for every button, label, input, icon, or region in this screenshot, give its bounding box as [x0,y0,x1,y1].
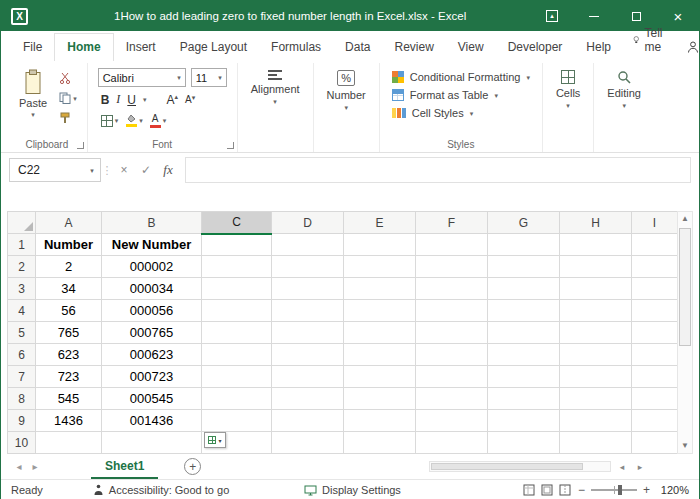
cell-I6[interactable] [632,344,678,366]
cell-B5[interactable]: 000765 [102,322,202,344]
hscroll-left-arrow[interactable]: ◂ [615,462,629,472]
row-header-4[interactable]: 4 [8,300,36,322]
cell-B7[interactable]: 000723 [102,366,202,388]
cell-B9[interactable]: 001436 [102,410,202,432]
cell-G9[interactable] [488,410,560,432]
cell-I2[interactable] [632,256,678,278]
cell-I8[interactable] [632,388,678,410]
column-header-H[interactable]: H [560,212,632,234]
hscroll-right-arrow[interactable]: ▸ [633,462,647,472]
copy-dropdown-chevron[interactable]: ▾ [73,95,77,102]
cell-A3[interactable]: 34 [36,278,102,300]
paste-dropdown-chevron[interactable]: ▾ [31,111,35,118]
conditional-formatting-button[interactable]: Conditional Formatting ▾ [392,71,530,83]
cell-H6[interactable] [560,344,632,366]
cell-A7[interactable]: 723 [36,366,102,388]
cell-H3[interactable] [560,278,632,300]
copy-button[interactable]: ▾ [59,91,77,105]
bold-button[interactable]: B [101,93,110,107]
new-sheet-button[interactable]: + [184,458,201,475]
cell-D5[interactable] [272,322,344,344]
name-box[interactable]: C22 ▾ [9,158,101,182]
row-header-6[interactable]: 6 [8,344,36,366]
scroll-up-arrow[interactable]: ▲ [678,212,692,226]
sheet-nav-left-arrow[interactable]: ◂ [11,461,27,472]
tab-view[interactable]: View [446,34,496,61]
cell-D1[interactable] [272,234,344,256]
cell-B2[interactable]: 000002 [102,256,202,278]
cell-D4[interactable] [272,300,344,322]
column-header-E[interactable]: E [344,212,416,234]
cell-A10[interactable] [36,432,102,454]
cell-E3[interactable] [344,278,416,300]
cell-C8[interactable] [202,388,272,410]
cell-D2[interactable] [272,256,344,278]
font-dialog-launcher[interactable] [227,142,234,149]
cell-I1[interactable] [632,234,678,256]
select-all-corner[interactable] [8,212,36,234]
cell-C6[interactable] [202,344,272,366]
cell-B8[interactable]: 000545 [102,388,202,410]
cell-H2[interactable] [560,256,632,278]
cell-F6[interactable] [416,344,488,366]
insert-function-button[interactable]: fx [157,158,179,182]
cell-G6[interactable] [488,344,560,366]
sheet-nav-right-arrow[interactable]: ▸ [27,461,43,472]
tab-insert[interactable]: Insert [114,34,168,61]
cell-B10[interactable] [102,432,202,454]
column-header-F[interactable]: F [416,212,488,234]
display-settings-button[interactable]: Display Settings [304,484,401,496]
cell-F2[interactable] [416,256,488,278]
column-header-C[interactable]: C [202,212,272,234]
accessibility-status[interactable]: Accessibility: Good to go [93,484,229,496]
cell-A6[interactable]: 623 [36,344,102,366]
share-button[interactable]: Share [677,34,700,61]
status-mode[interactable]: Ready [11,484,43,496]
row-header-10[interactable]: 10 [8,432,36,454]
format-as-table-button[interactable]: Format as Table ▾ [392,89,530,101]
excel-app-icon[interactable]: X [11,8,28,25]
cell-F8[interactable] [416,388,488,410]
cell-I3[interactable] [632,278,678,300]
zoom-in-button[interactable]: + [643,484,650,496]
cell-B6[interactable]: 000623 [102,344,202,366]
cells-button[interactable]: Cells ▾ [547,65,589,138]
tab-help[interactable]: Help [574,34,623,61]
clipboard-dialog-launcher[interactable] [77,142,84,149]
cell-E8[interactable] [344,388,416,410]
cell-D6[interactable] [272,344,344,366]
format-painter-button[interactable] [59,111,77,125]
font-size-combobox[interactable]: 11 ▾ [191,68,227,87]
row-header-1[interactable]: 1 [8,234,36,256]
cell-G4[interactable] [488,300,560,322]
font-name-combobox[interactable]: Calibri ▾ [98,68,186,87]
cell-F3[interactable] [416,278,488,300]
autofill-options-button[interactable]: ▾ [204,432,226,448]
increase-font-size-button[interactable]: A▴ [167,93,179,107]
cell-E2[interactable] [344,256,416,278]
cell-C1[interactable] [202,234,272,256]
cell-H7[interactable] [560,366,632,388]
sheet-tab-sheet1[interactable]: Sheet1 [91,454,158,479]
editing-button[interactable]: Editing ▾ [598,65,650,138]
cell-A8[interactable]: 545 [36,388,102,410]
tab-formulas[interactable]: Formulas [259,34,333,61]
cell-B1[interactable]: New Number [102,234,202,256]
cell-F1[interactable] [416,234,488,256]
cell-E5[interactable] [344,322,416,344]
decrease-font-size-button[interactable]: A▾ [185,94,195,105]
row-header-7[interactable]: 7 [8,366,36,388]
cell-D3[interactable] [272,278,344,300]
zoom-slider-thumb[interactable] [618,485,622,495]
cell-G2[interactable] [488,256,560,278]
column-header-I[interactable]: I [632,212,678,234]
cell-H10[interactable] [560,432,632,454]
cell-G1[interactable] [488,234,560,256]
cell-F7[interactable] [416,366,488,388]
cut-button[interactable] [59,71,77,85]
vertical-scrollbar[interactable]: ▲ ▼ [677,211,693,454]
column-header-G[interactable]: G [488,212,560,234]
cell-C5[interactable] [202,322,272,344]
cell-I4[interactable] [632,300,678,322]
paste-button[interactable]: Paste ▾ [11,65,55,138]
